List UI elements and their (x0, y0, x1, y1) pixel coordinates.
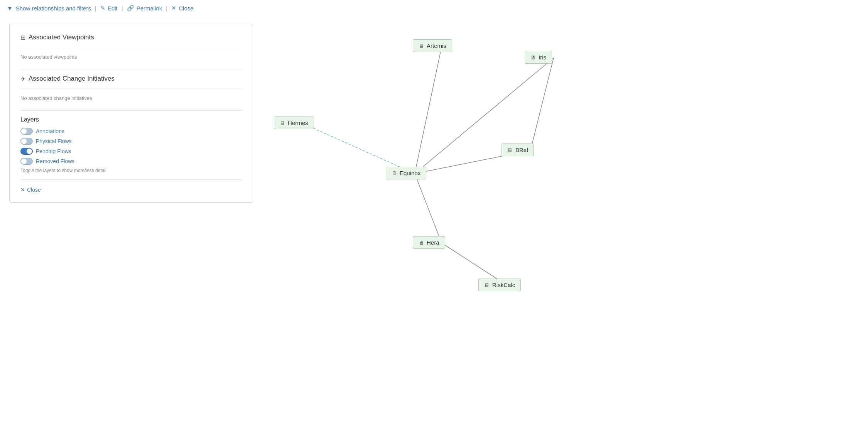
close-link-top[interactable]: Close (179, 5, 193, 12)
node-label-hera: Hera (427, 239, 439, 246)
close-link-panel[interactable]: ✕ Close (20, 187, 242, 193)
edge-iris-equinox (415, 58, 554, 174)
divider-5 (20, 179, 242, 180)
divider-2 (20, 69, 242, 69)
separator-3: | (166, 5, 167, 12)
close-label-panel: Close (27, 187, 41, 193)
layer-label-annotations: Annotations (36, 128, 64, 134)
node-label-artemis: Artemis (427, 42, 446, 49)
toggle-hint: Toggle the layers to show more/less deta… (20, 168, 242, 173)
filter-icon: ▼ (7, 5, 13, 12)
layer-item-annotations[interactable]: Annotations (20, 128, 242, 135)
viewpoints-icon: ⊞ (20, 34, 25, 41)
node-bref[interactable]: 🖥BRef (502, 144, 534, 156)
left-panel: ⊞ Associated Viewpoints No associated vi… (0, 16, 262, 442)
node-hera[interactable]: 🖥Hera (413, 236, 445, 249)
divider-1 (20, 47, 242, 47)
monitor-icon-bref: 🖥 (507, 147, 513, 153)
node-iris[interactable]: 🖥Iris (525, 51, 552, 64)
monitor-icon-hermes: 🖥 (280, 120, 285, 126)
diagram-svg (262, 16, 868, 442)
top-bar: ▼ Show relationships and filters | ✎ Edi… (0, 0, 868, 16)
node-label-bref: BRef (515, 147, 528, 153)
layer-item-physical[interactable]: Physical Flows (20, 138, 242, 145)
toggle-removed[interactable] (20, 158, 33, 165)
diagram-area: 🖥Artemis🖥Iris🖥Hermes🖥BRef🖥Equinox🖥Hera🖥R… (262, 16, 868, 442)
monitor-icon-iris: 🖥 (530, 54, 536, 61)
close-icon-panel: ✕ (20, 187, 25, 193)
edge-iris-bref (530, 58, 554, 150)
edit-icon: ✎ (100, 5, 105, 12)
show-relationships-link[interactable]: Show relationships and filters (16, 5, 91, 12)
layer-label-physical: Physical Flows (36, 138, 72, 144)
permalink-icon: 🔗 (127, 5, 134, 12)
layers-container: AnnotationsPhysical FlowsPending FlowsRe… (20, 128, 242, 165)
separator-1: | (95, 5, 96, 12)
layer-label-pending: Pending Flows (36, 148, 71, 154)
layer-item-removed[interactable]: Removed Flows (20, 158, 242, 165)
initiatives-header: ✈ Associated Change Initiatives (20, 75, 242, 83)
edge-hermes-equinox (303, 123, 415, 174)
node-hermes[interactable]: 🖥Hermes (274, 117, 314, 129)
edge-equinox-hera (415, 174, 442, 243)
divider-4 (20, 110, 242, 111)
node-equinox[interactable]: 🖥Equinox (386, 167, 426, 179)
node-riskcalc[interactable]: 🖥RiskCalc (478, 279, 521, 291)
monitor-icon-hera: 🖥 (419, 240, 424, 246)
permalink-link[interactable]: Permalink (137, 5, 162, 12)
edge-artemis-equinox (415, 46, 442, 174)
toggle-physical[interactable] (20, 138, 33, 145)
close-icon-top: ✕ (171, 5, 176, 12)
layers-title: Layers (20, 116, 242, 123)
layer-item-pending[interactable]: Pending Flows (20, 148, 242, 155)
node-label-hermes: Hermes (288, 120, 308, 126)
main-layout: ⊞ Associated Viewpoints No associated vi… (0, 16, 868, 442)
node-artemis[interactable]: 🖥Artemis (413, 39, 452, 52)
viewpoints-header: ⊞ Associated Viewpoints (20, 34, 242, 41)
initiatives-title: Associated Change Initiatives (29, 75, 115, 83)
initiatives-empty: No associated change initiatives (20, 94, 242, 103)
divider-3 (20, 88, 242, 88)
monitor-icon-artemis: 🖥 (419, 43, 424, 49)
viewpoints-empty: No associated viewpoints (20, 52, 242, 61)
node-label-iris: Iris (539, 54, 546, 61)
panel-box: ⊞ Associated Viewpoints No associated vi… (9, 24, 253, 203)
layer-label-removed: Removed Flows (36, 158, 74, 164)
initiatives-icon: ✈ (20, 75, 25, 83)
monitor-icon-riskcalc: 🖥 (484, 282, 490, 288)
node-label-riskcalc: RiskCalc (492, 282, 515, 288)
edit-link[interactable]: Edit (108, 5, 118, 12)
separator-2: | (122, 5, 123, 12)
toggle-pending[interactable] (20, 148, 33, 155)
node-label-equinox: Equinox (400, 170, 420, 176)
toggle-annotations[interactable] (20, 128, 33, 135)
viewpoints-title: Associated Viewpoints (29, 34, 94, 41)
monitor-icon-equinox: 🖥 (392, 170, 397, 176)
